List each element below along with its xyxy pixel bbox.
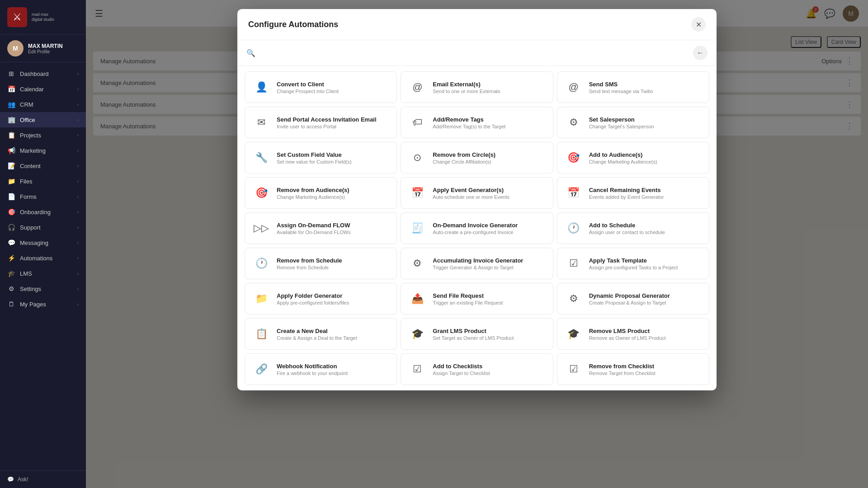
automation-card-add-remove-tags[interactable]: 🏷Add/Remove TagsAdd/Remove Tag(s) to the…	[401, 107, 553, 138]
sidebar-item-content[interactable]: 📝 Content ›	[0, 158, 86, 174]
user-name: MAX MARTIN	[28, 43, 63, 49]
automation-card-remove-from-checklist[interactable]: ☑Remove from ChecklistRemove Target from…	[557, 353, 709, 385]
automation-card-dynamic-proposal-generator[interactable]: ⚙Dynamic Proposal GeneratorCreate Propos…	[557, 283, 709, 314]
accumulating-invoice-generator-description: Trigger Generator & Assign to Target	[433, 265, 545, 270]
add-to-audiences-description: Change Marketing Audience(s)	[589, 159, 702, 164]
set-salesperson-icon: ⚙	[565, 113, 583, 131]
automation-card-send-file-request[interactable]: 📤Send File RequestTrigger an existing Fi…	[401, 283, 553, 314]
sidebar-user[interactable]: M MAX MARTIN Edit Profile	[0, 35, 86, 62]
dynamic-proposal-generator-icon: ⚙	[565, 290, 583, 308]
sidebar-item-label: CRM	[20, 101, 33, 108]
automation-card-accumulating-invoice-generator[interactable]: ⚙Accumulating Invoice GeneratorTrigger G…	[401, 248, 553, 279]
set-salesperson-description: Change Target's Salesperson	[589, 124, 702, 129]
automation-card-on-demand-invoice-generator[interactable]: 🧾On-Demand Invoice GeneratorAuto-create …	[401, 212, 553, 244]
create-new-deal-icon: 📋	[252, 325, 270, 343]
sidebar-item-lms[interactable]: 🎓 LMS ›	[0, 266, 86, 281]
remove-from-checklist-description: Remove Target from Checklist	[589, 371, 702, 376]
grant-lms-product-text: Grant LMS ProductSet Target as Owner of …	[433, 328, 545, 341]
sidebar-item-messaging[interactable]: 💬 Messaging ›	[0, 235, 86, 250]
remove-from-checklist-icon: ☑	[565, 360, 583, 378]
remove-lms-product-title: Remove LMS Product	[589, 328, 702, 334]
add-to-schedule-description: Assign user or contact to schedule	[589, 230, 702, 235]
search-input[interactable]	[260, 49, 689, 56]
sidebar-item-support[interactable]: 🎧 Support ›	[0, 220, 86, 235]
sidebar-item-marketing[interactable]: 📢 Marketing ›	[0, 143, 86, 158]
automation-card-remove-lms-product[interactable]: 🎓Remove LMS ProductRemove as Owner of LM…	[557, 318, 709, 350]
automation-card-remove-from-schedule[interactable]: 🕐Remove from ScheduleRemove from Schedul…	[245, 248, 397, 279]
automation-card-apply-task-template[interactable]: ☑Apply Task TemplateAssign pre-configure…	[557, 248, 709, 279]
automation-card-add-to-schedule[interactable]: 🕐Add to ScheduleAssign user or contact t…	[557, 212, 709, 244]
email-externals-icon: @	[408, 78, 426, 96]
automation-card-add-to-audiences[interactable]: 🎯Add to Audience(s)Change Marketing Audi…	[557, 142, 709, 174]
edit-profile-link: Edit Profile	[28, 49, 63, 54]
automation-card-email-externals[interactable]: @Email External(s)Send to one or more Ex…	[401, 71, 553, 103]
set-custom-field-text: Set Custom Field ValueSet new value for …	[277, 151, 389, 164]
sidebar-item-label: Support	[20, 224, 41, 231]
dynamic-proposal-generator-description: Create Proposal & Assign to Target	[589, 300, 702, 305]
automation-card-apply-folder-generator[interactable]: 📁Apply Folder GeneratorApply pre-configu…	[245, 283, 397, 314]
add-remove-tags-title: Add/Remove Tags	[433, 116, 545, 123]
automation-card-send-sms[interactable]: @Send SMSSend text message via Twilio	[557, 71, 709, 103]
ask-icon: 💬	[7, 476, 14, 483]
sidebar-item-crm[interactable]: 👥 CRM ›	[0, 97, 86, 112]
apply-task-template-text: Apply Task TemplateAssign pre-configured…	[589, 257, 702, 270]
sidebar-item-calendar[interactable]: 📅 Calendar ›	[0, 81, 86, 97]
add-remove-tags-text: Add/Remove TagsAdd/Remove Tag(s) to the …	[433, 116, 545, 129]
automation-card-apply-event-generator[interactable]: 📅Apply Event Generator(s)Auto-schedule o…	[401, 177, 553, 209]
sidebar-item-projects[interactable]: 📋 Projects ›	[0, 127, 86, 143]
automation-card-convert-to-client[interactable]: 👤Convert to ClientChange Prospect into C…	[245, 71, 397, 103]
convert-to-client-title: Convert to Client	[277, 81, 389, 88]
chevron-right-icon: ›	[77, 256, 79, 261]
sidebar-item-onboarding[interactable]: 🎯 Onboarding ›	[0, 204, 86, 220]
chevron-right-icon: ›	[77, 286, 79, 291]
automation-card-create-new-deal[interactable]: 📋Create a New DealCreate & Assign a Deal…	[245, 318, 397, 350]
content-icon: 📝	[7, 162, 15, 169]
apply-event-generator-title: Apply Event Generator(s)	[433, 187, 545, 193]
automation-card-remove-from-audiences[interactable]: 🎯Remove from Audience(s)Change Marketing…	[245, 177, 397, 209]
modal-close-button[interactable]: ✕	[691, 17, 706, 32]
chevron-right-icon: ›	[77, 102, 79, 107]
automation-card-add-to-checklists[interactable]: ☑Add to ChecklistsAssign Target to Check…	[401, 353, 553, 385]
automation-card-send-portal-invitation[interactable]: ✉Send Portal Access Invitation EmailInvi…	[245, 107, 397, 138]
apply-folder-generator-text: Apply Folder GeneratorApply pre-configur…	[277, 292, 389, 305]
remove-lms-product-description: Remove as Owner of LMS Product	[589, 335, 702, 341]
sidebar-item-forms[interactable]: 📄 Forms ›	[0, 189, 86, 204]
ask-button[interactable]: 💬 Ask!	[0, 470, 86, 488]
remove-from-schedule-icon: 🕐	[252, 254, 270, 272]
chevron-right-icon: ›	[77, 210, 79, 215]
add-to-schedule-text: Add to ScheduleAssign user or contact to…	[589, 222, 702, 235]
modal-search-bar: 🔍 ←	[237, 40, 717, 66]
remove-from-checklist-title: Remove from Checklist	[589, 363, 702, 370]
sidebar-item-office[interactable]: 🏢 Office ›	[0, 112, 86, 127]
automation-card-grant-lms-product[interactable]: 🎓Grant LMS ProductSet Target as Owner of…	[401, 318, 553, 350]
chevron-right-icon: ›	[77, 225, 79, 230]
automation-card-set-salesperson[interactable]: ⚙Set SalespersonChange Target's Salesper…	[557, 107, 709, 138]
automation-card-remove-from-circles[interactable]: ⊙Remove from Circle(s)Change Circle Affi…	[401, 142, 553, 174]
assign-on-demand-flow-title: Assign On-Demand FLOW	[277, 222, 389, 229]
remove-from-circles-title: Remove from Circle(s)	[433, 151, 545, 158]
sidebar-item-label: Dashboard	[20, 70, 49, 77]
settings-icon: ⚙	[7, 285, 15, 292]
automation-card-webhook-notification[interactable]: 🔗Webhook NotificationFire a webhook to y…	[245, 353, 397, 385]
cancel-remaining-events-description: Events added by Event Generator	[589, 194, 702, 200]
send-sms-text: Send SMSSend text message via Twilio	[589, 81, 702, 94]
add-to-schedule-icon: 🕐	[565, 219, 583, 237]
back-button[interactable]: ←	[693, 46, 708, 60]
chevron-right-icon: ›	[77, 240, 79, 245]
sidebar-item-settings[interactable]: ⚙ Settings ›	[0, 281, 86, 296]
automations-grid: 👤Convert to ClientChange Prospect into C…	[237, 66, 717, 390]
accumulating-invoice-generator-text: Accumulating Invoice GeneratorTrigger Ge…	[433, 257, 545, 270]
sidebar-item-label: Calendar	[20, 86, 44, 93]
crm-icon: 👥	[7, 101, 15, 108]
automation-card-cancel-remaining-events[interactable]: 📅Cancel Remaining EventsEvents added by …	[557, 177, 709, 209]
remove-from-checklist-text: Remove from ChecklistRemove Target from …	[589, 363, 702, 376]
sidebar-item-automations[interactable]: ⚡ Automations ›	[0, 250, 86, 266]
sidebar-item-dashboard[interactable]: ⊞ Dashboard ›	[0, 66, 86, 81]
add-to-audiences-icon: 🎯	[565, 149, 583, 167]
sidebar-item-my-pages[interactable]: 🗒 My Pages ›	[0, 296, 86, 312]
automation-card-set-custom-field[interactable]: 🔧Set Custom Field ValueSet new value for…	[245, 142, 397, 174]
send-file-request-title: Send File Request	[433, 292, 545, 299]
my-pages-icon: 🗒	[7, 300, 15, 308]
automation-card-assign-on-demand-flow[interactable]: ▷▷Assign On-Demand FLOWAvailable for On-…	[245, 212, 397, 244]
sidebar-item-files[interactable]: 📁 Files ›	[0, 174, 86, 189]
